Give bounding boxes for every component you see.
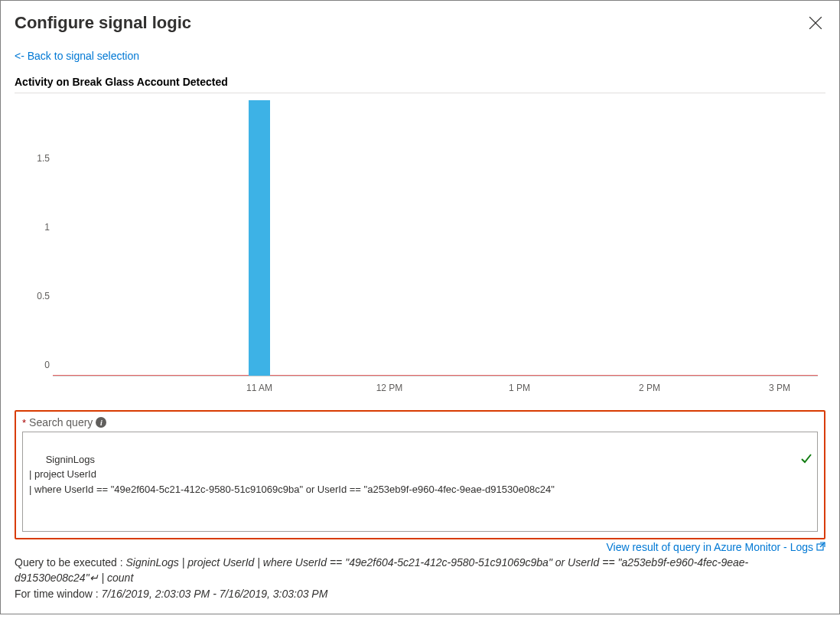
y-tick-label: 2 (22, 93, 50, 95)
search-query-section: * Search query i SigninLogs | project Us… (15, 410, 825, 539)
chart-plot: 00.511.52 (53, 101, 818, 376)
time-window-text: For time window : 7/16/2019, 2:03:03 PM … (15, 588, 825, 600)
y-tick-label: 1 (22, 222, 50, 233)
chart-title: Activity on Break Glass Account Detected (15, 76, 825, 88)
time-window-label: For time window : (15, 588, 102, 600)
executed-query-label: Query to be executed : (15, 556, 126, 569)
required-marker: * (22, 417, 26, 428)
x-tick-label: 2 PM (639, 383, 660, 393)
valid-checkmark-icon (778, 437, 812, 484)
y-tick-label: 0.5 (22, 291, 50, 301)
x-tick-label: 12 PM (376, 383, 403, 393)
x-tick-label: 1 PM (509, 383, 530, 393)
executed-query-text: Query to be executed : SigninLogs | proj… (15, 555, 825, 586)
chart-baseline (53, 375, 818, 376)
panel-title: Configure signal logic (15, 13, 191, 33)
close-button[interactable] (806, 13, 825, 35)
panel-header: Configure signal logic (15, 13, 825, 35)
y-tick-label: 1.5 (22, 153, 50, 164)
view-result-link[interactable]: View result of query in Azure Monitor - … (606, 541, 825, 553)
search-query-text: SigninLogs | project UserId | where User… (29, 454, 555, 495)
svg-line-3 (820, 542, 825, 547)
chart-area: 00.511.52 11 AM12 PM1 PM2 PM3 PM (15, 93, 825, 407)
search-query-label-row: * Search query i (22, 416, 818, 428)
search-query-label: Search query (29, 416, 93, 428)
view-result-label: View result of query in Azure Monitor - … (606, 541, 813, 553)
time-window-value: 7/16/2019, 2:03:03 PM - 7/16/2019, 3:03:… (102, 588, 328, 600)
search-query-input[interactable]: SigninLogs | project UserId | where User… (22, 432, 818, 532)
close-icon (809, 21, 822, 32)
x-tick-label: 11 AM (246, 383, 272, 393)
view-result-row: View result of query in Azure Monitor - … (15, 541, 825, 553)
y-tick-label: 0 (22, 360, 50, 370)
chart-x-axis: 11 AM12 PM1 PM2 PM3 PM (53, 383, 818, 401)
configure-signal-logic-panel: Configure signal logic <- Back to signal… (1, 1, 839, 614)
back-to-signal-selection-link[interactable]: <- Back to signal selection (15, 50, 139, 62)
info-icon[interactable]: i (96, 417, 106, 428)
x-tick-label: 3 PM (769, 383, 790, 393)
chart-bar (249, 100, 270, 376)
external-link-icon (816, 541, 825, 553)
